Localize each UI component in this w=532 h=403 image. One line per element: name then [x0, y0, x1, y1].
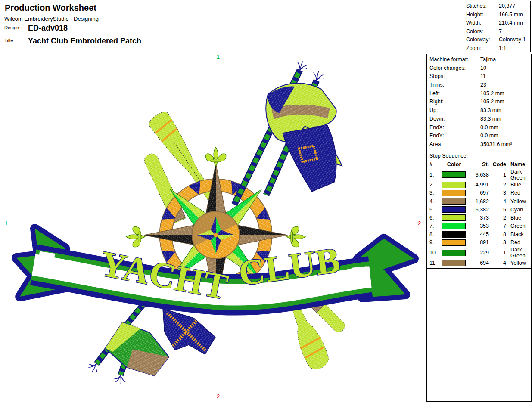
machine-value: 0.0 mm: [480, 124, 498, 132]
stop-stitches: 4,991: [467, 181, 490, 189]
crosshair-horizontal-line: [3, 228, 424, 228]
stop-stitches: 697: [467, 189, 490, 197]
machine-label: Up:: [429, 106, 480, 115]
summary-value: 1:1: [499, 44, 506, 53]
design-summary-box: Stitches:20,377 Height:166.5 mm Width:21…: [464, 2, 530, 53]
stop-num: 4.: [427, 197, 441, 205]
color-swatch: [442, 171, 466, 178]
stop-name: Dark Green: [507, 247, 531, 259]
machine-label: Trims:: [429, 81, 480, 90]
summary-value: 166.5 mm: [499, 11, 523, 19]
summary-label: Width:: [466, 19, 499, 28]
stop-row: 9.8913Red: [427, 239, 531, 247]
col-header-color: Color: [441, 161, 467, 169]
machine-row: Stops:11: [427, 72, 531, 81]
summary-label: Colorway:: [466, 36, 499, 44]
stop-num: 8.: [427, 230, 441, 239]
stop-row: 7.3537Green: [427, 222, 531, 230]
stop-name: Yellow: [507, 197, 531, 205]
machine-label: Right:: [429, 98, 480, 106]
machine-label: Area: [429, 140, 480, 149]
summary-label: Zoom:: [466, 44, 499, 53]
stop-code: 1: [490, 169, 507, 181]
embroidery-design-yacht-club-patch: YACHT CLUB: [3, 53, 424, 401]
app-subtitle: Wilcom EmbroideryStudio - Designing: [4, 16, 99, 22]
stop-code: 8: [490, 230, 507, 239]
color-swatch: [442, 182, 466, 188]
stop-row: 2.4,9912Blue: [427, 181, 531, 189]
stop-row: 1.3,6381Dark Green: [427, 169, 531, 181]
summary-row: Height:166.5 mm: [464, 11, 530, 19]
summary-row: Stitches:20,377: [464, 2, 530, 11]
compass-fleur-west: [126, 226, 146, 247]
machine-row: EndY:0.0 mm: [427, 132, 531, 140]
summary-row: Zoom:1:1: [464, 44, 530, 53]
stop-code: 4: [490, 259, 507, 267]
machine-row: Machine format:Tajima: [427, 56, 531, 64]
machine-value: 105.2 mm: [480, 90, 504, 98]
flag-top-right-navy-pennant: [283, 125, 336, 192]
stop-name: Yellow: [507, 259, 531, 267]
machine-label: Left:: [429, 90, 480, 98]
stop-code: 1: [490, 247, 507, 259]
design-info-panel: Machine format:Tajima Color changes:10 S…: [426, 54, 532, 402]
axis-marker-bottom: 2: [217, 394, 220, 399]
stop-num: 11.: [427, 259, 441, 267]
production-worksheet-page: { "header": { "title": "Production Works…: [0, 0, 532, 403]
color-swatch: [442, 206, 466, 213]
stop-num: 2.: [427, 181, 441, 189]
machine-label: Stops:: [429, 72, 480, 81]
summary-row: Colorway:Colorway 1: [464, 36, 530, 44]
stop-code: 2: [490, 181, 507, 189]
stop-stitches: 445: [467, 230, 490, 239]
color-swatch: [442, 214, 466, 221]
flag-bottom-left-navy-cross: [163, 309, 215, 354]
stop-name: Blue: [507, 214, 531, 222]
color-swatch: [442, 239, 466, 246]
compass-fleur-north: [205, 147, 226, 167]
stop-stitches: 6,382: [467, 205, 490, 214]
page-title: Production Worksheet: [5, 3, 96, 13]
summary-label: Stitches:: [466, 2, 499, 11]
stop-name: Red: [507, 189, 531, 197]
stop-stitches: 229: [467, 247, 490, 259]
stop-num: 1.: [427, 169, 441, 181]
stop-stitches: 3,638: [467, 169, 490, 181]
design-canvas: YACHT CLUB 1 1 2 2: [3, 53, 424, 401]
axis-marker-right: 2: [418, 220, 421, 226]
color-swatch: [442, 198, 466, 205]
machine-label: EndY:: [429, 132, 480, 140]
axis-marker-left: 1: [5, 220, 8, 226]
col-header-code: Code: [490, 161, 507, 169]
color-swatch: [442, 223, 466, 229]
machine-label: Down:: [429, 115, 480, 124]
machine-value: 35031.6 mm²: [480, 140, 512, 149]
stop-num: 5.: [427, 205, 441, 214]
stop-row: 11.6944Yellow: [427, 259, 531, 267]
stop-name: Blue: [507, 181, 531, 189]
machine-value: 23: [480, 81, 486, 90]
stop-code: 3: [490, 189, 507, 197]
summary-value: 20,377: [499, 2, 515, 11]
stop-row: 4.1,6824Yellow: [427, 197, 531, 205]
stop-code: 4: [490, 197, 507, 205]
stop-code: 3: [490, 239, 507, 247]
summary-row: Colors:7: [464, 28, 530, 36]
col-header-num: #: [427, 161, 441, 169]
summary-label: Colors:: [466, 28, 499, 36]
stop-name: Cyan: [507, 205, 531, 214]
summary-row: Width:210.4 mm: [464, 19, 530, 28]
color-swatch: [442, 250, 466, 256]
stop-name: Dark Green: [507, 169, 531, 181]
machine-label: EndX:: [429, 124, 480, 132]
color-swatch: [442, 260, 466, 266]
flag-bottom-left-quartered: [105, 322, 169, 376]
stop-name: Red: [507, 239, 531, 247]
machine-label: Machine format:: [429, 56, 480, 64]
design-label: Design:: [4, 25, 20, 30]
machine-value: 83.3 mm: [480, 115, 501, 124]
stop-sequence-title: Stop Sequence:: [427, 152, 531, 161]
col-header-name: Name: [507, 161, 531, 169]
crosshair-vertical-line: [215, 53, 215, 401]
stop-row: 10.2291Dark Green: [427, 247, 531, 259]
